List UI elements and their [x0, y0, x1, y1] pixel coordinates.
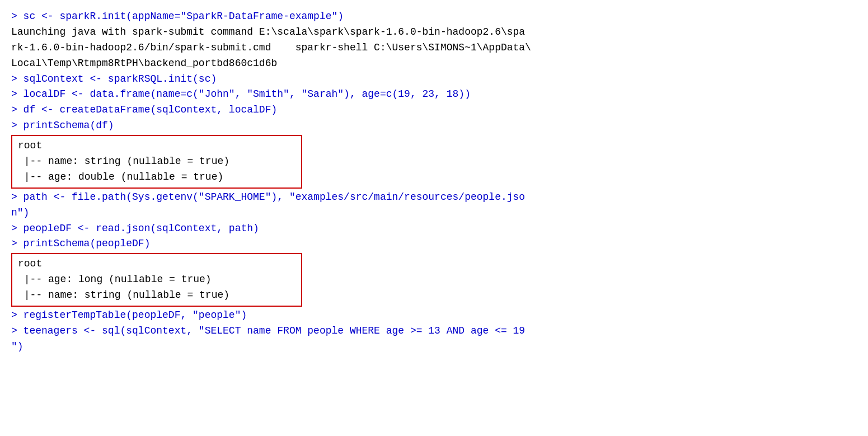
- schema2-field-2: |-- name: string (nullable = true): [18, 288, 295, 303]
- console-line-11: > peopleDF <- read.json(sqlContext, path…: [11, 221, 857, 237]
- schema-box-2: root |-- age: long (nullable = true) |--…: [11, 253, 302, 307]
- schema2-root: root: [18, 256, 295, 272]
- schema1-field-2: |-- age: double (nullable = true): [18, 170, 295, 185]
- console-line-8: > printSchema(df): [11, 118, 857, 134]
- schema1-field-1: |-- name: string (nullable = true): [18, 154, 295, 170]
- console-line-2: Launching java with spark-submit command…: [11, 25, 857, 40]
- console-line-4: Local\Temp\Rtmpm8RtPH\backend_portbd860c…: [11, 56, 857, 72]
- schema-box-1: root |-- name: string (nullable = true) …: [11, 135, 302, 189]
- console-line-15: "): [11, 339, 857, 355]
- console-line-7: > df <- createDataFrame(sqlContext, loca…: [11, 102, 857, 118]
- console-line-13: > registerTempTable(peopleDF, "people"): [11, 308, 857, 324]
- console-line-5: > sqlContext <- sparkRSQL.init(sc): [11, 72, 857, 87]
- console-line-1: > sc <- sparkR.init(appName="SparkR-Data…: [11, 9, 857, 25]
- console-line-10: n"): [11, 205, 857, 221]
- schema2-field-1: |-- age: long (nullable = true): [18, 272, 295, 288]
- console-output: > sc <- sparkR.init(appName="SparkR-Data…: [11, 9, 857, 355]
- console-line-12: > printSchema(peopleDF): [11, 236, 857, 252]
- console-line-6: > localDF <- data.frame(name=c("John", "…: [11, 87, 857, 102]
- console-line-14: > teenagers <- sql(sqlContext, "SELECT n…: [11, 324, 857, 339]
- console-line-9: > path <- file.path(Sys.getenv("SPARK_HO…: [11, 190, 857, 205]
- console-line-3: rk-1.6.0-bin-hadoop2.6/bin/spark-submit.…: [11, 40, 857, 56]
- schema1-root: root: [18, 138, 295, 154]
